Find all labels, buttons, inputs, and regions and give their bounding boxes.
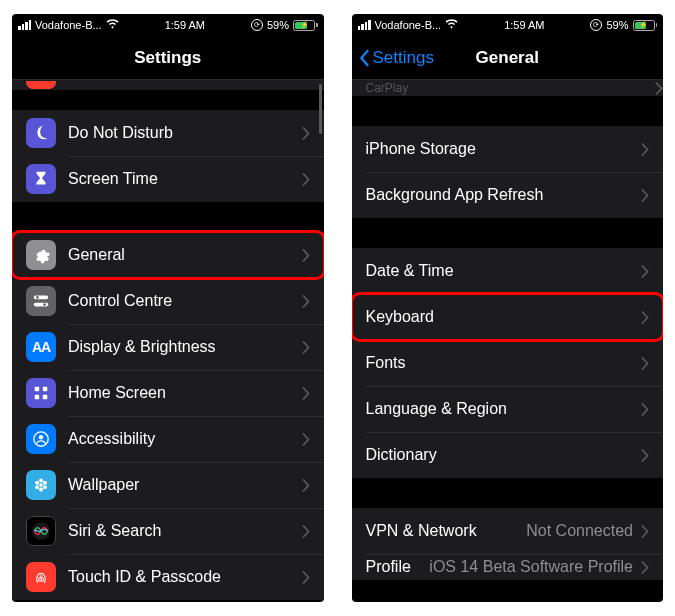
- chevron-right-icon: [302, 127, 310, 140]
- settings-row-wallpaper[interactable]: Wallpaper: [12, 462, 324, 508]
- chevron-right-icon: [641, 449, 649, 462]
- nav-bar: Settings General: [352, 36, 664, 80]
- settings-row-background-app-refresh[interactable]: Background App Refresh: [352, 172, 664, 218]
- row-label: iPhone Storage: [366, 140, 642, 158]
- row-label: Accessibility: [68, 430, 302, 448]
- svg-point-11: [39, 479, 43, 483]
- siri-icon: [26, 516, 56, 546]
- svg-rect-7: [43, 395, 48, 400]
- general-list[interactable]: CarPlayiPhone StorageBackground App Refr…: [352, 80, 664, 602]
- svg-rect-2: [34, 303, 48, 307]
- chevron-right-icon: [641, 357, 649, 370]
- settings-row-touch-id-passcode[interactable]: Touch ID & Passcode: [12, 554, 324, 600]
- svg-point-16: [35, 481, 39, 485]
- row-label: Profile: [366, 558, 430, 576]
- row-label: General: [68, 246, 302, 264]
- row-label: Language & Region: [366, 400, 642, 418]
- signal-icon: [18, 20, 31, 30]
- svg-point-12: [43, 481, 47, 485]
- moon-icon: [26, 118, 56, 148]
- settings-row-iphone-storage[interactable]: iPhone Storage: [352, 126, 664, 172]
- chevron-right-icon: [302, 295, 310, 308]
- settings-row-control-centre[interactable]: Control Centre: [12, 278, 324, 324]
- svg-point-14: [39, 488, 43, 492]
- carrier-label: Vodafone-B...: [35, 19, 102, 31]
- chevron-right-icon: [302, 341, 310, 354]
- svg-point-10: [39, 483, 43, 487]
- row-label: Screen Time: [68, 170, 302, 188]
- phone-settings: Vodafone-B... 1:59 AM ⟳ 59% ⚡ Settings D…: [12, 14, 324, 602]
- battery-pct: 59%: [267, 19, 289, 31]
- settings-row-do-not-disturb[interactable]: Do Not Disturb: [12, 110, 324, 156]
- chevron-right-icon: [302, 571, 310, 584]
- settings-row-fonts[interactable]: Fonts: [352, 340, 664, 386]
- svg-rect-6: [35, 395, 40, 400]
- svg-point-3: [43, 303, 46, 306]
- svg-point-9: [39, 435, 44, 440]
- AA-icon: AA: [26, 332, 56, 362]
- chevron-right-icon: [641, 403, 649, 416]
- svg-point-1: [36, 296, 39, 299]
- row-label: Touch ID & Passcode: [68, 568, 302, 586]
- wifi-icon: [106, 19, 119, 31]
- scrollbar-indicator: [319, 84, 322, 134]
- gear-icon: [26, 240, 56, 270]
- row-label: Home Screen: [68, 384, 302, 402]
- chevron-right-icon: [641, 525, 649, 538]
- row-label: CarPlay: [352, 81, 656, 95]
- row-label: Background App Refresh: [366, 186, 642, 204]
- row-label: Keyboard: [366, 308, 642, 326]
- chevron-right-icon: [641, 561, 649, 574]
- settings-row-siri-search[interactable]: Siri & Search: [12, 508, 324, 554]
- switches-icon: [26, 286, 56, 316]
- row-detail: iOS 14 Beta Software Profile: [429, 558, 633, 576]
- back-label: Settings: [373, 48, 434, 68]
- chevron-right-icon: [641, 143, 649, 156]
- phone-general: Vodafone-B... 1:59 AM ⟳ 59% ⚡ Settings G…: [352, 14, 664, 602]
- settings-row-language-region[interactable]: Language & Region: [352, 386, 664, 432]
- partial-icon: [26, 81, 56, 89]
- back-button[interactable]: Settings: [358, 48, 434, 68]
- carrier-label: Vodafone-B...: [375, 19, 442, 31]
- settings-row-screen-time[interactable]: Screen Time: [12, 156, 324, 202]
- settings-row-partial[interactable]: [12, 80, 324, 90]
- row-label: Dictionary: [366, 446, 642, 464]
- chevron-right-icon: [302, 433, 310, 446]
- row-label: Do Not Disturb: [68, 124, 302, 142]
- battery-icon: ⚡: [633, 20, 658, 31]
- settings-list[interactable]: Do Not DisturbScreen TimeGeneralControl …: [12, 80, 324, 602]
- status-bar: Vodafone-B... 1:59 AM ⟳ 59% ⚡: [352, 14, 664, 36]
- row-label: Wallpaper: [68, 476, 302, 494]
- row-label: Control Centre: [68, 292, 302, 310]
- settings-row-date-time[interactable]: Date & Time: [352, 248, 664, 294]
- settings-row-general[interactable]: General: [12, 232, 324, 278]
- nav-title: Settings: [134, 48, 201, 68]
- signal-icon: [358, 20, 371, 30]
- rotation-lock-icon: ⟳: [251, 19, 263, 31]
- grid-icon: [26, 378, 56, 408]
- chevron-right-icon: [641, 189, 649, 202]
- row-label: Siri & Search: [68, 522, 302, 540]
- settings-row-partial[interactable]: CarPlay: [352, 80, 664, 96]
- fingerprint-icon: [26, 562, 56, 592]
- row-label: Fonts: [366, 354, 642, 372]
- settings-row-display-brightness[interactable]: AADisplay & Brightness: [12, 324, 324, 370]
- row-label: Date & Time: [366, 262, 642, 280]
- rotation-lock-icon: ⟳: [590, 19, 602, 31]
- chevron-right-icon: [302, 249, 310, 262]
- chevron-right-icon: [655, 82, 663, 95]
- settings-row-accessibility[interactable]: Accessibility: [12, 416, 324, 462]
- chevron-right-icon: [302, 387, 310, 400]
- settings-row-home-screen[interactable]: Home Screen: [12, 370, 324, 416]
- chevron-right-icon: [641, 311, 649, 324]
- settings-row-profile[interactable]: ProfileiOS 14 Beta Software Profile: [352, 554, 664, 580]
- settings-row-dictionary[interactable]: Dictionary: [352, 432, 664, 478]
- svg-rect-5: [43, 387, 48, 392]
- wifi-icon: [445, 19, 458, 31]
- settings-row-vpn-network[interactable]: VPN & NetworkNot Connected: [352, 508, 664, 554]
- battery-icon: ⚡: [293, 20, 318, 31]
- nav-bar: Settings: [12, 36, 324, 80]
- person-icon: [26, 424, 56, 454]
- settings-row-keyboard[interactable]: Keyboard: [352, 294, 664, 340]
- status-bar: Vodafone-B... 1:59 AM ⟳ 59% ⚡: [12, 14, 324, 36]
